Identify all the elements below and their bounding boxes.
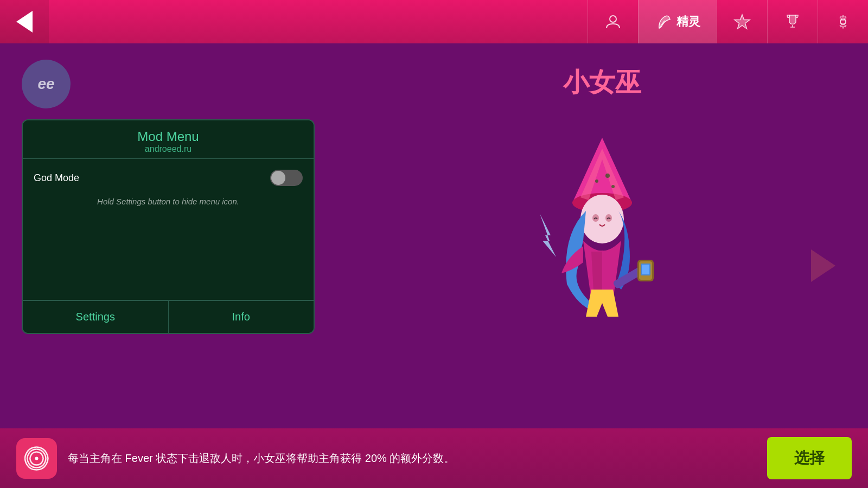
svg-point-8 xyxy=(580,195,624,243)
main-content: ee Mod Menu androeed.ru God Mode Hold Se… xyxy=(0,43,868,488)
god-mode-label: God Mode xyxy=(34,172,79,184)
settings-button[interactable]: Settings xyxy=(23,301,169,333)
mod-menu-footer: Settings Info xyxy=(23,300,314,333)
svg-point-0 xyxy=(610,16,616,22)
avatar: ee xyxy=(22,60,71,108)
nav-item-settings[interactable] xyxy=(818,0,868,43)
svg-point-16 xyxy=(35,457,39,460)
god-mode-toggle[interactable] xyxy=(270,170,303,186)
character-title: 小女巫 xyxy=(563,65,641,100)
star-icon xyxy=(733,13,751,30)
mod-menu-title: Mod Menu xyxy=(34,129,303,144)
mod-menu-body: God Mode Hold Settings button to hide me… xyxy=(23,159,314,300)
nav-items: 精灵 xyxy=(588,0,868,43)
mod-menu-subtitle: androeed.ru xyxy=(34,144,303,154)
back-button[interactable] xyxy=(0,0,49,43)
character-svg xyxy=(507,116,697,322)
bottom-description: 每当主角在 Fever 状态下击退敌人时，小女巫将帮助主角获得 20% 的额外分… xyxy=(68,451,756,466)
nav-item-spirit[interactable]: 精灵 xyxy=(638,0,717,43)
svg-point-7 xyxy=(611,185,615,188)
gear-icon xyxy=(834,13,852,30)
next-character-button[interactable] xyxy=(811,249,835,282)
svg-marker-3 xyxy=(540,214,556,257)
back-arrow-icon xyxy=(16,11,33,33)
toggle-knob xyxy=(271,171,285,185)
spiral-svg xyxy=(24,446,49,471)
character-illustration xyxy=(507,116,697,322)
left-panel: ee Mod Menu androeed.ru God Mode Hold Se… xyxy=(0,43,336,488)
mod-menu-container: Mod Menu androeed.ru God Mode Hold Setti… xyxy=(22,119,315,334)
info-button[interactable]: Info xyxy=(169,301,314,333)
select-button[interactable]: 选择 xyxy=(767,437,852,479)
svg-point-5 xyxy=(605,174,610,178)
right-panel: 小女巫 xyxy=(336,43,868,488)
trophy-icon xyxy=(784,13,801,30)
spirit-ability-icon xyxy=(16,438,57,479)
spirit-label: 精灵 xyxy=(676,14,700,30)
leaf-icon xyxy=(655,13,672,30)
god-mode-row: God Mode xyxy=(34,170,303,186)
person-icon xyxy=(604,13,622,30)
nav-item-trophy[interactable] xyxy=(767,0,818,43)
nav-item-profile[interactable] xyxy=(588,0,638,43)
hint-text: Hold Settings button to hide menu icon. xyxy=(34,197,303,206)
svg-point-6 xyxy=(595,179,598,183)
bottom-bar: 每当主角在 Fever 状态下击退敌人时，小女巫将帮助主角获得 20% 的额外分… xyxy=(0,428,868,488)
mod-menu-header: Mod Menu androeed.ru xyxy=(23,120,314,159)
svg-marker-1 xyxy=(735,15,750,29)
svg-rect-15 xyxy=(642,265,649,274)
top-bar: 精灵 xyxy=(0,0,868,43)
avatar-text: ee xyxy=(37,75,54,93)
nav-item-star[interactable] xyxy=(717,0,767,43)
